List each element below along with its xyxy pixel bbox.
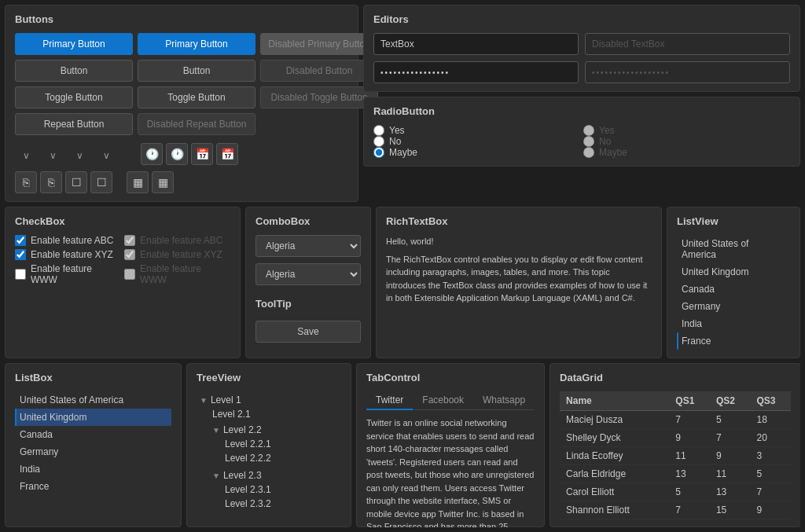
primary-button-1[interactable]: Primary Button bbox=[15, 33, 133, 55]
tree-level23: ▼ Level 2.3 Level 2.3.1 Level 2.3.2 bbox=[209, 467, 341, 512]
checkbox-abc[interactable] bbox=[15, 235, 26, 246]
datagrid-col-qs2[interactable]: QS2 bbox=[710, 391, 751, 411]
textbox-input[interactable] bbox=[373, 33, 579, 55]
listview-item-france[interactable]: France bbox=[677, 332, 790, 350]
radio-yes-disabled-label: Yes bbox=[599, 125, 615, 136]
treeview-title: TreeView bbox=[197, 372, 341, 383]
tree-level232[interactable]: Level 2.3.2 bbox=[222, 497, 341, 511]
toggle-button-2[interactable]: Toggle Button bbox=[138, 86, 255, 108]
password-input[interactable]: •••••••••••••••• bbox=[373, 61, 579, 83]
clock-icon-2[interactable]: 🕐 bbox=[166, 143, 188, 165]
table-row[interactable]: Maciej Dusza7518 bbox=[560, 411, 791, 429]
datagrid-cell-qs3: 9 bbox=[750, 501, 791, 519]
tree-chevron-l23: ▼ bbox=[212, 471, 220, 480]
listbox-item-usa[interactable]: United States of America bbox=[15, 391, 171, 409]
listview-item-india[interactable]: India bbox=[677, 315, 790, 332]
tree-chevron-l22: ▼ bbox=[212, 426, 220, 435]
repeat-button[interactable]: Repeat Button bbox=[15, 113, 133, 135]
combobox-title: ComboBox bbox=[255, 215, 361, 227]
table-row[interactable]: Carol Elliott5137 bbox=[560, 483, 791, 501]
tree-level24-text: Level 2.4 bbox=[223, 515, 262, 517]
datagrid-col-qs3[interactable]: QS3 bbox=[750, 391, 791, 411]
checkbox-abc-disabled bbox=[124, 235, 135, 246]
primary-button-2[interactable]: Primary Button bbox=[138, 33, 255, 55]
toggle-button-1[interactable]: Toggle Button bbox=[15, 86, 133, 108]
listbox-list: United States of America United Kingdom … bbox=[15, 391, 171, 495]
datagrid-col-name[interactable]: Name bbox=[560, 391, 669, 411]
datagrid-cell-qs1: 9 bbox=[669, 519, 710, 522]
button-1[interactable]: Button bbox=[15, 60, 133, 82]
tab-whatsapp[interactable]: Whatsapp bbox=[473, 391, 535, 410]
table-row[interactable]: Carla Eldridge13115 bbox=[560, 465, 791, 483]
tree-level231[interactable]: Level 2.3.1 bbox=[222, 482, 341, 497]
checkbox-icon-1[interactable]: ☐ bbox=[65, 171, 87, 193]
save-button[interactable]: Save bbox=[255, 321, 361, 343]
checkbox-www-label: Enable feature WWW bbox=[31, 263, 121, 285]
datagrid-body: Maciej Dusza7518Shelley Dyck9720Linda Ec… bbox=[560, 411, 791, 522]
listbox-item-france[interactable]: France bbox=[15, 478, 171, 495]
listview-item-germany[interactable]: Germany bbox=[677, 298, 790, 315]
checkbox-xyz-disabled bbox=[124, 249, 135, 260]
datagrid-cell-name: Maciej Dusza bbox=[560, 411, 669, 429]
radio-maybe-disabled-label: Maybe bbox=[599, 147, 627, 158]
table-row[interactable]: Jauna Elson91711 bbox=[560, 519, 791, 522]
tree-level21[interactable]: Level 2.1 bbox=[209, 407, 341, 421]
treeview-panel: TreeView ▼ Level 1 Level 2.1 ▼ bbox=[186, 363, 351, 527]
grid-icon-1[interactable]: ▦ bbox=[127, 171, 149, 193]
copy-icon-2[interactable]: ⎘ bbox=[40, 171, 62, 193]
button-2[interactable]: Button bbox=[138, 60, 255, 82]
listview-item-canada[interactable]: Canada bbox=[677, 281, 790, 298]
listview-item-uk[interactable]: United Kingdom bbox=[677, 263, 790, 281]
radio-no[interactable] bbox=[373, 136, 384, 147]
datagrid-cell-qs2: 11 bbox=[710, 465, 751, 483]
listbox-item-canada[interactable]: Canada bbox=[15, 426, 171, 443]
checkbox-xyz-label: Enable feature XYZ bbox=[31, 249, 113, 260]
datagrid-col-qs1[interactable]: QS1 bbox=[669, 391, 710, 411]
table-row[interactable]: Shelley Dyck9720 bbox=[560, 429, 791, 447]
grid-icon-2[interactable]: ▦ bbox=[152, 171, 174, 193]
treeview-content: ▼ Level 1 Level 2.1 ▼ Level 2.2 bbox=[197, 391, 341, 517]
richtextbox-title: RichTextBox bbox=[386, 215, 652, 227]
tree-level23-label[interactable]: ▼ Level 2.3 bbox=[209, 468, 341, 482]
calendar-icon-2[interactable]: 📅 bbox=[216, 143, 238, 165]
datagrid-cell-name: Linda Ecoffey bbox=[560, 447, 669, 465]
datagrid-cell-qs3: 11 bbox=[750, 519, 791, 522]
datagrid-cell-name: Shannon Elliott bbox=[560, 501, 669, 519]
combobox-select-2[interactable]: Algeria Germany France bbox=[255, 263, 361, 285]
datagrid-cell-qs3: 20 bbox=[750, 429, 791, 447]
radio-group-active: Yes No Maybe bbox=[373, 125, 580, 158]
combobox-panel: ComboBox Algeria Germany France Algeria … bbox=[245, 207, 371, 358]
checkbox-www-disabled-label: Enable feature WWW bbox=[140, 263, 230, 285]
listbox-item-germany[interactable]: Germany bbox=[15, 443, 171, 460]
listbox-item-india[interactable]: India bbox=[15, 460, 171, 478]
checkbox-www[interactable] bbox=[15, 269, 26, 280]
calendar-icon-1[interactable]: 📅 bbox=[191, 143, 213, 165]
checkbox-icon-2[interactable]: ☐ bbox=[90, 171, 112, 193]
disabled-password-input: •••••••••••••••••• bbox=[585, 61, 790, 83]
table-row[interactable]: Linda Ecoffey1193 bbox=[560, 447, 791, 465]
combobox-select-1[interactable]: Algeria Germany France bbox=[255, 235, 361, 257]
radio-maybe-disabled bbox=[583, 147, 594, 158]
tab-twitter[interactable]: Twitter bbox=[366, 391, 413, 410]
radio-no-label: No bbox=[389, 136, 401, 147]
tree-level222[interactable]: Level 2.2.2 bbox=[222, 451, 341, 465]
tree-level24-label[interactable]: ▼ Level 2.4 bbox=[209, 514, 341, 517]
listbox-item-uk[interactable]: United Kingdom bbox=[15, 409, 171, 426]
datagrid-header-row: Name QS1 QS2 QS3 bbox=[560, 391, 791, 411]
clock-icon-1[interactable]: 🕐 bbox=[141, 143, 163, 165]
copy-icon-1[interactable]: ⎘ bbox=[15, 171, 37, 193]
tree-level22-label[interactable]: ▼ Level 2.2 bbox=[209, 423, 341, 437]
radio-yes-disabled bbox=[583, 125, 594, 136]
radio-yes[interactable] bbox=[373, 125, 384, 136]
tree-level221[interactable]: Level 2.2.1 bbox=[222, 437, 341, 451]
editors-panel: Editors •••••••••••••••• •••••••••••••••… bbox=[363, 5, 800, 92]
datagrid-cell-qs2: 9 bbox=[710, 447, 751, 465]
listview-item-usa[interactable]: United States of America bbox=[677, 235, 790, 263]
tree-level1-text: Level 1 bbox=[211, 394, 241, 405]
checkbox-xyz[interactable] bbox=[15, 249, 26, 260]
tree-level1-label[interactable]: ▼ Level 1 bbox=[197, 393, 341, 407]
table-row[interactable]: Shannon Elliott7159 bbox=[560, 501, 791, 519]
radio-maybe[interactable] bbox=[373, 147, 384, 158]
tab-facebook[interactable]: Facebook bbox=[413, 391, 473, 410]
datagrid-scroll: Name QS1 QS2 QS3 Maciej Dusza7518Shelley… bbox=[560, 391, 791, 521]
